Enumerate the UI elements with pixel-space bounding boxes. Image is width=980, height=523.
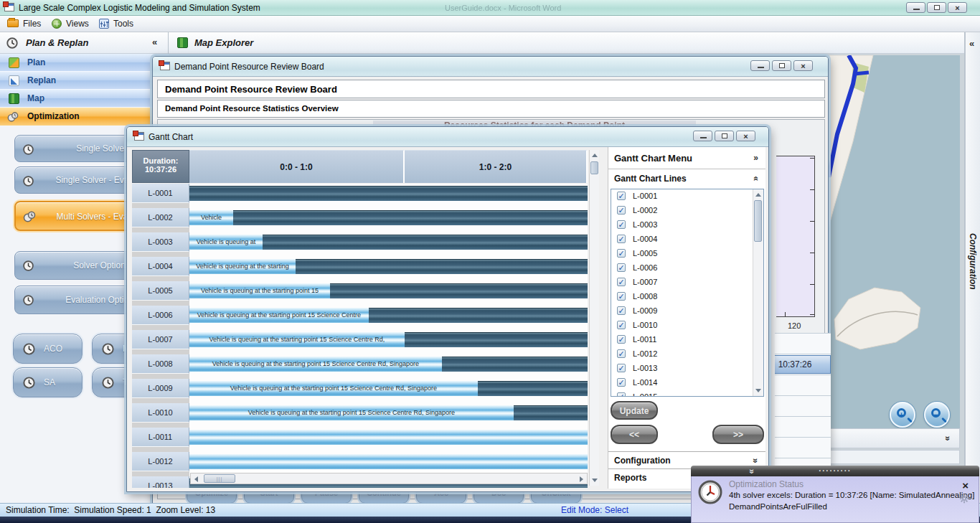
gantt-line-item[interactable]: ✓L-0014 bbox=[611, 376, 763, 390]
scroll-up-icon[interactable] bbox=[592, 154, 598, 157]
gantt-bar-dark[interactable] bbox=[189, 210, 588, 225]
gantt-bar-light[interactable] bbox=[189, 454, 588, 469]
zoom-out-button[interactable]: − bbox=[924, 402, 950, 428]
checkbox-checked-icon[interactable]: ✓ bbox=[617, 364, 626, 372]
minimize-button[interactable] bbox=[906, 2, 925, 13]
clock-icon bbox=[22, 175, 34, 187]
gear-icon[interactable] bbox=[959, 494, 969, 504]
toast-grip-bar[interactable]: ......... » bbox=[691, 466, 979, 476]
expand-panel-icon[interactable]: » bbox=[946, 433, 951, 443]
gantt-line-item[interactable]: ✓L-0003 bbox=[611, 218, 763, 232]
nav-optimization[interactable]: Optimization bbox=[0, 108, 169, 126]
checkbox-checked-icon[interactable]: ✓ bbox=[617, 206, 626, 215]
checkbox-checked-icon[interactable]: ✓ bbox=[617, 392, 626, 397]
checkbox-checked-icon[interactable]: ✓ bbox=[617, 278, 626, 286]
gantt-line-item[interactable]: ✓L-0015 bbox=[611, 390, 763, 397]
checkbox-checked-icon[interactable]: ✓ bbox=[617, 292, 626, 301]
collapse-config-icon[interactable]: « bbox=[969, 38, 974, 49]
checkbox-checked-icon[interactable]: ✓ bbox=[617, 349, 626, 358]
menu-files[interactable]: Files bbox=[23, 18, 41, 30]
gantt-bar-light[interactable] bbox=[189, 430, 588, 445]
maximize-button[interactable] bbox=[772, 60, 791, 71]
gantt-line-label: L-0015 bbox=[633, 392, 657, 397]
checkbox-checked-icon[interactable]: ✓ bbox=[617, 263, 626, 272]
gantt-window-titlebar[interactable]: Gantt Chart × bbox=[127, 127, 768, 147]
gantt-hscrollbar[interactable]: ||| bbox=[190, 473, 588, 484]
checkbox-checked-icon[interactable]: ✓ bbox=[617, 220, 626, 229]
nav-replan[interactable]: Replan bbox=[0, 72, 169, 90]
gantt-bar-dark[interactable] bbox=[189, 186, 588, 201]
forward-button[interactable]: >> bbox=[712, 425, 764, 444]
drag-grip-icon[interactable]: ......... bbox=[691, 464, 979, 473]
gantt-line-item[interactable]: ✓L-0013 bbox=[611, 362, 763, 376]
close-button[interactable]: × bbox=[793, 60, 813, 71]
clock-icon bbox=[22, 143, 34, 156]
gantt-bar-track: Vehicle is queuing at the starting point… bbox=[189, 354, 588, 374]
gantt-line-item[interactable]: ✓L-0012 bbox=[611, 347, 763, 362]
scroll-right-icon[interactable] bbox=[580, 476, 583, 482]
gantt-line-item[interactable]: ✓L-0009 bbox=[611, 304, 763, 319]
gantt-bar-light[interactable]: Vehicle is queuing at bbox=[189, 235, 263, 250]
gantt-bar-light[interactable]: Vehicle is queuing at the starting point… bbox=[189, 405, 514, 420]
scroll-down-icon[interactable] bbox=[592, 479, 598, 482]
gantt-bar-light[interactable]: Vehicle is queuing at the starting bbox=[189, 259, 296, 274]
close-toast-icon[interactable]: × bbox=[962, 479, 969, 491]
gantt-line-item[interactable]: ✓L-0002 bbox=[611, 204, 763, 218]
sa-button[interactable]: SA bbox=[13, 367, 83, 397]
menu-views[interactable]: Views bbox=[66, 18, 89, 30]
checkbox-checked-icon[interactable]: ✓ bbox=[617, 192, 626, 200]
gantt-line-item[interactable]: ✓L-0007 bbox=[611, 275, 763, 290]
checkbox-checked-icon[interactable]: ✓ bbox=[617, 235, 626, 243]
maximize-button[interactable] bbox=[715, 131, 734, 141]
aco-button[interactable]: ACO bbox=[13, 334, 83, 364]
gantt-line-item[interactable]: ✓L-0005 bbox=[611, 247, 763, 261]
gantt-bar-light[interactable]: Vehicle bbox=[189, 210, 233, 225]
back-button[interactable]: << bbox=[611, 425, 658, 444]
gantt-vscrollbar[interactable] bbox=[589, 150, 599, 486]
map-canvas[interactable] bbox=[829, 55, 960, 428]
zoom-in-button[interactable]: + bbox=[890, 402, 915, 428]
gantt-bar-light[interactable]: Vehicle is queuing at the starting point… bbox=[189, 332, 405, 347]
checkbox-checked-icon[interactable]: ✓ bbox=[617, 321, 626, 329]
window-icon bbox=[160, 62, 170, 70]
close-button[interactable]: × bbox=[948, 2, 967, 13]
gantt-bar-light[interactable]: Vehicle is queuing at the starting point… bbox=[189, 308, 369, 323]
close-button[interactable]: × bbox=[736, 131, 755, 141]
gantt-line-item[interactable]: ✓L-0001 bbox=[611, 189, 763, 204]
gantt-bar-light[interactable]: Vehicle is queuing at the starting point… bbox=[189, 283, 330, 298]
gantt-line-item[interactable]: ✓L-0004 bbox=[611, 232, 763, 247]
nav-map[interactable]: Map bbox=[0, 90, 169, 108]
checkbox-checked-icon[interactable]: ✓ bbox=[617, 249, 626, 258]
menu-tools[interactable]: Tools bbox=[113, 18, 133, 30]
gantt-line-item[interactable]: ✓L-0006 bbox=[611, 261, 763, 275]
vscroll-thumb[interactable] bbox=[590, 161, 598, 174]
gantt-bar-light[interactable]: Vehicle is queuing at the starting point… bbox=[189, 381, 478, 396]
scroll-left-icon[interactable] bbox=[194, 476, 198, 482]
gantt-line-item[interactable]: ✓L-0008 bbox=[611, 290, 763, 304]
minimize-button[interactable] bbox=[693, 131, 712, 141]
demand-window-titlebar[interactable]: Demand Point Resource Review Board × bbox=[153, 57, 828, 77]
lines-scrollbar[interactable] bbox=[753, 189, 763, 396]
lines-scroll-thumb[interactable] bbox=[754, 200, 762, 242]
configuration-label[interactable]: Configuration bbox=[968, 233, 978, 290]
hscroll-thumb[interactable]: ||| bbox=[204, 474, 235, 483]
scroll-up-icon[interactable] bbox=[755, 193, 761, 197]
gantt-time-column-2: 1:0 - 2:0 bbox=[405, 150, 588, 183]
collapse-lines-icon[interactable]: » bbox=[753, 174, 758, 184]
update-button[interactable]: Update bbox=[611, 401, 658, 420]
panel-title: Plan & Replan bbox=[26, 37, 88, 48]
checkbox-checked-icon[interactable]: ✓ bbox=[617, 335, 626, 344]
restore-button[interactable] bbox=[927, 2, 946, 13]
scroll-down-icon[interactable] bbox=[755, 389, 761, 392]
collapse-panel-icon[interactable]: « bbox=[152, 37, 157, 47]
checkbox-checked-icon[interactable]: ✓ bbox=[617, 378, 626, 387]
zoom-out-icon: − bbox=[931, 408, 941, 418]
gantt-line-item[interactable]: ✓L-0011 bbox=[611, 333, 763, 347]
checkbox-checked-icon[interactable]: ✓ bbox=[617, 306, 626, 315]
gantt-bar-light[interactable]: Vehicle is queuing at the starting point… bbox=[189, 357, 442, 372]
collapse-toast-icon[interactable]: » bbox=[750, 466, 755, 476]
gantt-line-item[interactable]: ✓L-0010 bbox=[611, 319, 763, 333]
minimize-button[interactable] bbox=[750, 60, 770, 71]
nav-plan[interactable]: Plan bbox=[0, 54, 169, 72]
expand-menu-icon[interactable]: » bbox=[753, 153, 758, 163]
